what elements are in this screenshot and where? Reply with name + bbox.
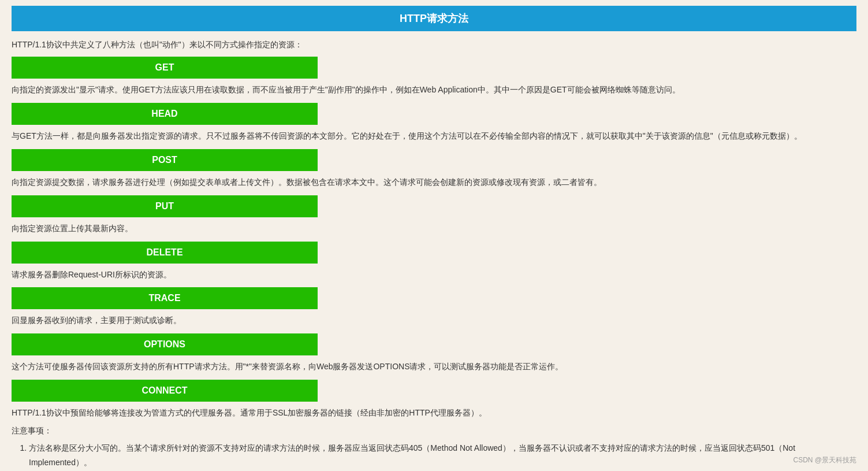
notice-item-1: 方法名称是区分大小写的。当某个请求所针对的资源不支持对应的请求方法的时候，服务器…: [29, 441, 856, 470]
method-desc-head: 与GET方法一样，都是向服务器发出指定资源的请求。只不过服务器将不传回资源的本文…: [12, 129, 856, 143]
method-btn-trace[interactable]: TRACE: [12, 287, 318, 309]
intro-text: HTTP/1.1协议中共定义了八种方法（也叫"动作"）来以不同方式操作指定的资源…: [12, 38, 856, 51]
method-btn-get[interactable]: GET: [12, 57, 318, 79]
page-title: HTTP请求方法: [12, 6, 856, 31]
method-btn-put[interactable]: PUT: [12, 195, 318, 217]
notice-list: 方法名称是区分大小写的。当某个请求所针对的资源不支持对应的请求方法的时候，服务器…: [12, 441, 856, 471]
method-desc-options: 这个方法可使服务器传回该资源所支持的所有HTTP请求方法。用"*"来替资源名称，…: [12, 360, 856, 374]
method-btn-head[interactable]: HEAD: [12, 103, 318, 125]
method-desc-put: 向指定资源位置上传其最新内容。: [12, 222, 856, 236]
method-desc-trace: 回显服务器收到的请求，主要用于测试或诊断。: [12, 314, 856, 328]
method-btn-post[interactable]: POST: [12, 149, 318, 171]
method-desc-post: 向指定资源提交数据，请求服务器进行处理（例如提交表单或者上传文件）。数据被包含在…: [12, 176, 856, 190]
method-desc-get: 向指定的资源发出"显示"请求。使用GET方法应该只用在读取数据，而不应当被用于产…: [12, 83, 856, 97]
method-desc-delete: 请求服务器删除Request-URI所标识的资源。: [12, 268, 856, 282]
page-wrapper: HTTP请求方法 HTTP/1.1协议中共定义了八种方法（也叫"动作"）来以不同…: [0, 0, 868, 471]
method-desc-connect: HTTP/1.1协议中预留给能够将连接改为管道方式的代理服务器。通常用于SSL加…: [12, 406, 856, 420]
method-btn-connect[interactable]: CONNECT: [12, 380, 318, 402]
method-btn-delete[interactable]: DELETE: [12, 242, 318, 264]
method-btn-options[interactable]: OPTIONS: [12, 333, 318, 355]
methods-container: GET向指定的资源发出"显示"请求。使用GET方法应该只用在读取数据，而不应当被…: [12, 57, 856, 420]
watermark: CSDN @景天科技苑: [793, 455, 856, 465]
notice-title: 注意事项：: [12, 426, 856, 436]
